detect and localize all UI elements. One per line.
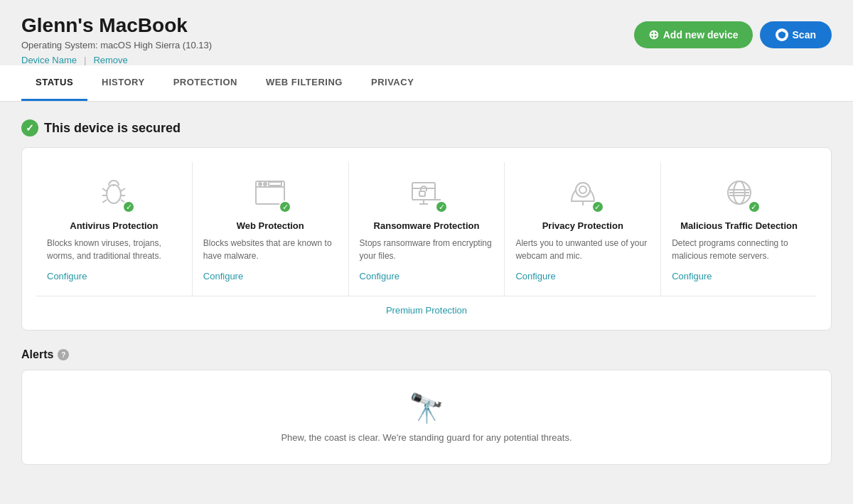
ransomware-configure-link[interactable]: Configure <box>360 271 399 282</box>
secured-header: ✓ This device is secured <box>21 119 832 136</box>
device-os: Operating System: macOS High Sierra (10.… <box>21 40 212 50</box>
svg-line-6 <box>102 200 107 203</box>
ransomware-icon-wrapper: ✓ <box>360 173 494 212</box>
alerts-section: Alerts ? 🔭 Phew, the coast is clear. We'… <box>21 348 832 465</box>
privacy-configure-link[interactable]: Configure <box>515 271 555 282</box>
tab-privacy[interactable]: PRIVACY <box>357 65 428 101</box>
web-protection-card: ✓ Web Protection Blocks websites that ar… <box>193 162 349 296</box>
alerts-header: Alerts ? <box>21 348 832 361</box>
device-name-link[interactable]: Device Name <box>21 55 77 65</box>
protection-cards: ✓ Antivirus Protection Blocks known viru… <box>36 162 817 296</box>
protection-container: ✓ Antivirus Protection Blocks known viru… <box>21 147 832 331</box>
privacy-desc: Alerts you to unwanted use of your webca… <box>515 237 650 262</box>
secured-message: This device is secured <box>44 121 181 136</box>
web-icon-wrapper: ✓ <box>203 173 338 212</box>
device-title: Glenn's MacBook <box>21 14 212 37</box>
malicious-traffic-card: ✓ Malicious Traffic Detection Detect pro… <box>661 162 817 296</box>
header-buttons: ⊕ Add new device Scan <box>634 21 832 48</box>
alerts-help-icon[interactable]: ? <box>58 349 69 360</box>
no-alerts-text: Phew, the coast is clear. We're standing… <box>281 432 572 443</box>
tabs-wrapper: STATUS HISTORY PROTECTION WEB FILTERING … <box>0 65 853 102</box>
web-title: Web Protection <box>203 220 338 231</box>
svg-point-10 <box>259 183 262 186</box>
malicious-desc: Detect programs connecting to malicious … <box>672 237 806 262</box>
premium-protection-link[interactable]: Premium Protection <box>36 305 817 316</box>
svg-point-0 <box>107 185 121 203</box>
svg-line-2 <box>102 188 107 191</box>
binoculars-icon: 🔭 <box>409 392 444 425</box>
antivirus-desc: Blocks known viruses, trojans, worms, an… <box>47 237 181 262</box>
scan-button[interactable]: Scan <box>760 21 832 48</box>
tab-status[interactable]: STATUS <box>21 65 87 101</box>
device-info: Glenn's MacBook Operating System: macOS … <box>21 14 212 65</box>
ransomware-check-badge: ✓ <box>435 200 448 213</box>
tab-history[interactable]: HISTORY <box>87 65 159 101</box>
add-new-device-button[interactable]: ⊕ Add new device <box>634 21 753 48</box>
ransomware-title: Ransomware Protection <box>360 220 494 231</box>
privacy-title: Privacy Protection <box>515 220 650 231</box>
svg-line-3 <box>121 188 125 191</box>
malicious-traffic-icon-wrapper: ✓ <box>672 173 806 212</box>
tab-web-filtering[interactable]: WEB FILTERING <box>252 65 357 101</box>
link-divider: | <box>84 55 86 65</box>
add-device-label: Add new device <box>663 29 739 41</box>
header: Glenn's MacBook Operating System: macOS … <box>0 0 853 65</box>
privacy-check-badge: ✓ <box>591 200 604 213</box>
scan-label: Scan <box>793 29 816 41</box>
device-links: Device Name | Remove <box>21 55 212 65</box>
privacy-icon-wrapper: ✓ <box>515 173 650 212</box>
antivirus-card: ✓ Antivirus Protection Blocks known viru… <box>36 162 193 296</box>
alerts-heading: Alerts <box>21 348 53 361</box>
alerts-container: 🔭 Phew, the coast is clear. We're standi… <box>21 370 832 465</box>
svg-rect-15 <box>419 191 425 196</box>
ransomware-desc: Stops ransomware from encrypting your fi… <box>360 237 494 262</box>
remove-link[interactable]: Remove <box>93 55 127 65</box>
secured-check-icon: ✓ <box>21 119 38 136</box>
shield-scan-icon <box>776 28 788 41</box>
svg-point-20 <box>579 186 586 193</box>
tabs: STATUS HISTORY PROTECTION WEB FILTERING … <box>21 65 832 101</box>
svg-rect-12 <box>269 182 281 186</box>
plus-circle-icon: ⊕ <box>648 28 659 41</box>
privacy-card: ✓ Privacy Protection Alerts you to unwan… <box>505 162 661 296</box>
malicious-check-badge: ✓ <box>748 200 761 213</box>
svg-point-11 <box>264 183 267 186</box>
antivirus-icon-wrapper: ✓ <box>47 173 181 212</box>
web-configure-link[interactable]: Configure <box>203 271 243 282</box>
ransomware-card: ✓ Ransomware Protection Stops ransomware… <box>349 162 505 296</box>
tab-protection[interactable]: PROTECTION <box>159 65 252 101</box>
antivirus-configure-link[interactable]: Configure <box>47 271 87 282</box>
malicious-configure-link[interactable]: Configure <box>672 271 712 282</box>
antivirus-title: Antivirus Protection <box>47 220 181 231</box>
malicious-title: Malicious Traffic Detection <box>672 220 806 231</box>
main-content: ✓ This device is secured <box>0 102 853 483</box>
web-desc: Blocks websites that are known to have m… <box>203 237 338 262</box>
svg-point-19 <box>576 183 590 197</box>
